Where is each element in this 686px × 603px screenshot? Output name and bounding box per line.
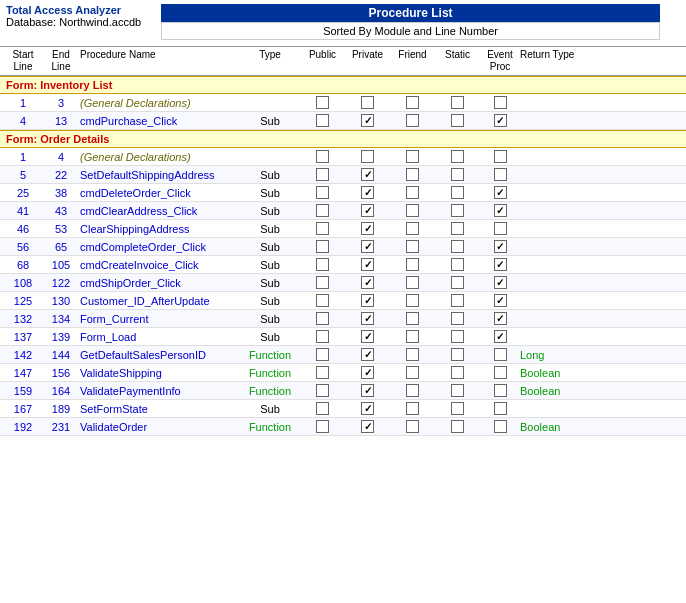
checkbox (361, 294, 374, 307)
public-checkbox (300, 402, 345, 415)
private-checkbox (345, 348, 390, 361)
checkbox (406, 366, 419, 379)
private-checkbox (345, 276, 390, 289)
eventProc-checkbox (480, 294, 520, 307)
checkbox (494, 168, 507, 181)
public-checkbox (300, 312, 345, 325)
db-name: Database: Northwind.accdb (6, 16, 141, 28)
proc-name: cmdShipOrder_Click (80, 277, 240, 289)
col-proc-name: Procedure Name (80, 49, 240, 73)
checkbox (451, 312, 464, 325)
private-checkbox (345, 402, 390, 415)
friend-checkbox (390, 168, 435, 181)
proc-name: SetFormState (80, 403, 240, 415)
friend-checkbox (390, 312, 435, 325)
checkbox (451, 402, 464, 415)
start-line: 132 (4, 313, 42, 325)
checkbox (494, 222, 507, 235)
eventProc-checkbox (480, 312, 520, 325)
start-line: 108 (4, 277, 42, 289)
friend-checkbox (390, 204, 435, 217)
proc-name: Form_Load (80, 331, 240, 343)
start-line: 56 (4, 241, 42, 253)
proc-type: Sub (240, 169, 300, 181)
friend-checkbox (390, 420, 435, 433)
eventProc-checkbox (480, 348, 520, 361)
col-type: Type (240, 49, 300, 73)
friend-checkbox (390, 366, 435, 379)
title-bar: Procedure List (161, 4, 660, 22)
proc-type: Sub (240, 331, 300, 343)
friend-checkbox (390, 276, 435, 289)
start-line: 147 (4, 367, 42, 379)
return-type: Boolean (520, 385, 600, 397)
checkbox (361, 222, 374, 235)
proc-type: Function (240, 349, 300, 361)
friend-checkbox (390, 294, 435, 307)
checkbox (316, 240, 329, 253)
friend-checkbox (390, 150, 435, 163)
private-checkbox (345, 258, 390, 271)
checkbox (316, 168, 329, 181)
col-public: Public (300, 49, 345, 73)
checkbox (451, 348, 464, 361)
checkbox (451, 384, 464, 397)
eventProc-checkbox (480, 384, 520, 397)
proc-name: SetDefaultShippingAddress (80, 169, 240, 181)
friend-checkbox (390, 384, 435, 397)
end-line: 144 (42, 349, 80, 361)
static-checkbox (435, 258, 480, 271)
checkbox (316, 204, 329, 217)
checkbox (406, 204, 419, 217)
checkbox (494, 150, 507, 163)
table-row: 167189SetFormStateSub (0, 400, 686, 418)
checkbox (494, 420, 507, 433)
static-checkbox (435, 96, 480, 109)
public-checkbox (300, 240, 345, 253)
proc-type: Sub (240, 205, 300, 217)
checkbox (406, 384, 419, 397)
static-checkbox (435, 150, 480, 163)
checkbox (316, 348, 329, 361)
proc-name: cmdCreateInvoice_Click (80, 259, 240, 271)
table-body: Form: Inventory List13(General Declarati… (0, 76, 686, 436)
private-checkbox (345, 384, 390, 397)
return-type: Long (520, 349, 600, 361)
public-checkbox (300, 96, 345, 109)
checkbox (361, 348, 374, 361)
start-line: 137 (4, 331, 42, 343)
proc-type: Function (240, 421, 300, 433)
checkbox (361, 150, 374, 163)
proc-type: Sub (240, 223, 300, 235)
public-checkbox (300, 330, 345, 343)
eventProc-checkbox (480, 366, 520, 379)
end-line: 38 (42, 187, 80, 199)
end-line: 43 (42, 205, 80, 217)
start-line: 192 (4, 421, 42, 433)
checkbox (494, 330, 507, 343)
checkbox (361, 402, 374, 415)
return-type: Boolean (520, 421, 600, 433)
checkbox (361, 258, 374, 271)
checkbox (451, 258, 464, 271)
checkbox (494, 348, 507, 361)
checkbox (451, 294, 464, 307)
app-title: Total Access Analyzer (6, 4, 141, 16)
friend-checkbox (390, 240, 435, 253)
col-headers: StartLine EndLine Procedure Name Type Pu… (0, 46, 686, 76)
private-checkbox (345, 222, 390, 235)
start-line: 41 (4, 205, 42, 217)
checkbox (494, 240, 507, 253)
checkbox (316, 330, 329, 343)
checkbox (494, 294, 507, 307)
eventProc-checkbox (480, 402, 520, 415)
end-line: 65 (42, 241, 80, 253)
static-checkbox (435, 114, 480, 127)
eventProc-checkbox (480, 168, 520, 181)
checkbox (494, 402, 507, 415)
public-checkbox (300, 294, 345, 307)
end-line: 189 (42, 403, 80, 415)
table-row: 14(General Declarations) (0, 148, 686, 166)
checkbox (451, 168, 464, 181)
proc-type: Sub (240, 187, 300, 199)
